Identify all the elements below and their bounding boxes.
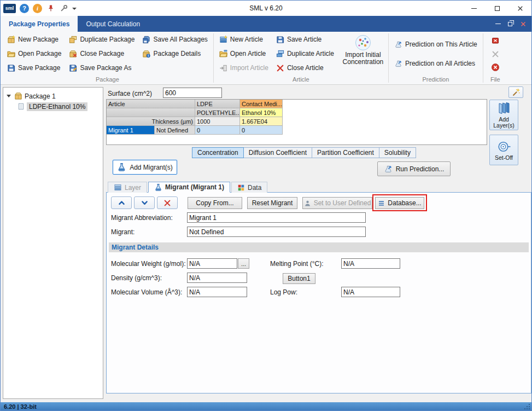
set-off-button[interactable]: Set-Off [489, 135, 518, 165]
table-cell-empty[interactable] [107, 108, 195, 117]
tab-migrant[interactable]: Migrant (Migrant 1) [148, 182, 230, 193]
surface-input[interactable] [163, 88, 222, 98]
import-article-button[interactable]: Import Article [215, 61, 272, 75]
tab-partition-coefficient[interactable]: Partition Coefficient [312, 147, 379, 158]
cell-text: 1.667E04 [242, 118, 267, 125]
ribbon-group-prediction: Prediction on This Article Prediction on… [389, 32, 482, 84]
table-cell-migrant-name[interactable]: Migrant 1 [107, 126, 155, 135]
log-pow-input[interactable] [341, 287, 400, 297]
pin-icon[interactable] [46, 4, 55, 13]
melting-point-input[interactable] [341, 258, 400, 269]
chevron-up-icon [118, 199, 126, 206]
table-cell-concentration-layer[interactable]: 0 [195, 126, 240, 135]
table-cell-contact-medium-header[interactable]: Contact Medi... [240, 100, 283, 108]
set-to-user-defined-button[interactable]: Set to User Defined [302, 197, 372, 209]
button1[interactable]: Button1 [283, 273, 315, 284]
new-package-label: New Package [18, 36, 59, 43]
migrant-abbreviation-input[interactable] [187, 212, 366, 223]
molecular-weight-browse-button[interactable]: ... [238, 258, 249, 269]
tab-data[interactable]: Data [231, 182, 267, 193]
tree-expander-icon[interactable] [7, 95, 11, 97]
info-icon[interactable]: i [33, 4, 42, 13]
import-initial-concentration-button[interactable]: Import Initial Concentration [340, 32, 387, 66]
add-layers-button[interactable]: Add Layer(s) [489, 100, 518, 130]
exit-button[interactable] [489, 62, 501, 73]
tab-solubility[interactable]: Solubility [379, 147, 416, 158]
migrant-input[interactable] [187, 227, 366, 237]
database-button[interactable]: Database... [375, 197, 424, 209]
open-article-button[interactable]: Open Article [215, 47, 272, 61]
save-article-button[interactable]: Save Article [272, 32, 338, 47]
mdi-close-button[interactable] [519, 20, 527, 28]
table-cell-concentration-medium[interactable]: 0 [240, 126, 283, 135]
save-all-packages-button[interactable]: Save All Packages [138, 32, 211, 47]
exit-icon [491, 63, 500, 72]
new-article-icon [219, 36, 227, 44]
open-package-button[interactable]: Open Package [3, 47, 65, 61]
package-details-button[interactable]: Package Details [138, 47, 211, 61]
table-cell-polymer[interactable]: POLYETHYLE... [195, 108, 240, 117]
move-down-button[interactable] [134, 196, 155, 209]
table-row: Thickness (µm) 1000 1.667E04 [107, 117, 487, 126]
new-package-button[interactable]: New Package [3, 32, 65, 47]
quick-access-dropdown-icon[interactable] [72, 8, 77, 10]
tab-layer[interactable]: Layer [108, 182, 147, 193]
new-article-button[interactable]: New Article [215, 32, 272, 47]
copy-from-button[interactable]: Copy From... [188, 197, 242, 209]
table-cell-layer-name[interactable]: LDPE [195, 100, 240, 108]
table-cell-article-header[interactable]: Article [107, 100, 195, 108]
section-title: Migrant Details [112, 244, 159, 251]
tab-output-calculation[interactable]: Output Calculation [78, 16, 148, 32]
prediction-all-articles-button[interactable]: Prediction on All Articles [390, 56, 479, 71]
prediction-this-article-button[interactable]: Prediction on This Article [390, 37, 481, 51]
reset-migrant-button[interactable]: Reset Migrant [247, 197, 297, 209]
ribbon-separator [483, 33, 483, 83]
tree-item-ldpe-ethanol[interactable]: LDPE-Ethanol 10% [3, 101, 103, 112]
help-icon[interactable]: ? [20, 4, 29, 13]
magic-wand-button[interactable] [508, 86, 523, 98]
maximize-button[interactable] [486, 1, 508, 16]
tree-item-package-1[interactable]: Package 1 [3, 91, 103, 101]
table-cell-contact-medium[interactable]: Ethanol 10% [240, 108, 283, 117]
density-input[interactable] [187, 273, 247, 283]
duplicate-package-label: Duplicate Package [80, 36, 135, 43]
molecular-volume-input[interactable] [187, 287, 247, 297]
duplicate-package-button[interactable]: Duplicate Package [65, 32, 138, 47]
close-button[interactable] [508, 1, 531, 16]
close-package-button[interactable]: Close Package [65, 47, 138, 61]
prediction-all-articles-label: Prediction on All Articles [405, 60, 475, 67]
mdi-restore-button[interactable] [508, 22, 512, 26]
save-article-icon [276, 36, 284, 44]
save-package-button[interactable]: Save Package [3, 61, 65, 75]
tab-package-properties[interactable]: Package Properties [1, 16, 78, 32]
delete-migrant-button[interactable] [157, 196, 178, 209]
table-cell-thickness-header[interactable]: Thickness (µm) [107, 117, 195, 126]
table-cell-migrant-status[interactable]: Not Defined [155, 126, 195, 135]
move-up-button[interactable] [111, 196, 132, 209]
mdi-minimize-button[interactable] [495, 16, 501, 32]
wand-icon [512, 88, 521, 97]
duplicate-article-button[interactable]: Duplicate Article [272, 47, 338, 61]
log-pow-label: Log Pow: [270, 288, 297, 296]
prediction-group-label: Prediction [390, 76, 481, 84]
minimize-button[interactable] [463, 1, 486, 16]
tab-diffusion-coefficient[interactable]: Diffusion Coefficient [244, 147, 312, 158]
flask-icon [117, 163, 126, 172]
table-cell-thickness-value[interactable]: 1000 [195, 117, 240, 126]
add-migrants-button[interactable]: Add Migrant(s) [113, 160, 177, 175]
tree-item-label-selected: LDPE-Ethanol 10% [27, 102, 87, 111]
table-cell-volume-value[interactable]: 1.667E04 [240, 117, 283, 126]
mdi-restore-icon [508, 22, 512, 26]
flask-icon [154, 183, 162, 192]
run-prediction-button[interactable]: Run Prediction... [377, 161, 451, 176]
delete-package-button[interactable] [489, 35, 501, 46]
resize-grip[interactable] [524, 403, 530, 409]
tab-concentration[interactable]: Concentration [192, 147, 244, 158]
close-article-button[interactable]: Close Article [272, 61, 338, 75]
tools-icon[interactable] [59, 4, 68, 13]
inactive-file-button[interactable] [489, 49, 501, 60]
save-package-as-button[interactable]: Save Package As [65, 61, 138, 75]
package-details-icon [142, 50, 150, 58]
molecular-weight-input[interactable] [187, 258, 237, 269]
molecular-weight-label: Molecular Weight (g/mol): [111, 260, 186, 268]
